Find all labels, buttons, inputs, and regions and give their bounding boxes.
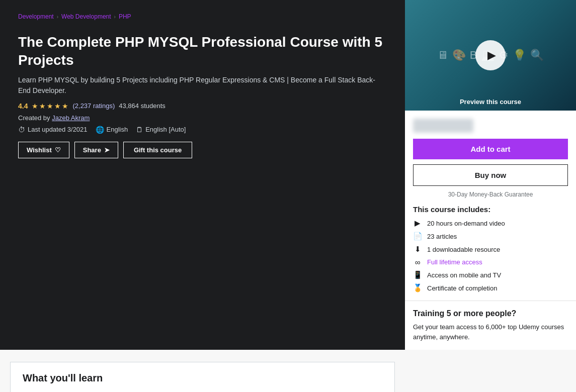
meta-row: ⏱ Last updated 3/2021 🌐 English 🗒 Englis…: [18, 126, 384, 134]
gift-button[interactable]: Gift this course: [123, 142, 192, 158]
preview-label: Preview this course: [460, 98, 521, 106]
author-row: Created by Jazeb Akram: [18, 114, 384, 122]
student-count: 43,864 students: [119, 102, 166, 110]
learn-title: What you'll learn: [23, 372, 382, 384]
page-title: The Complete PHP MYSQL Professional Cour…: [18, 33, 384, 70]
rating-row: 4.4 ★ ★ ★ ★ ★ (2,237 ratings) 43,864 stu…: [18, 102, 384, 110]
sidebar-panel: 🖥 🎨 B 💻 ⚙ 💡 🔍 Preview this course Add to…: [405, 0, 576, 350]
css-icon: 🎨: [452, 49, 466, 62]
share-button[interactable]: Share ➤: [74, 142, 118, 158]
play-button[interactable]: [475, 40, 506, 70]
search-icon: 🔍: [530, 49, 544, 62]
includes-item: 🏅Certificate of completion: [413, 283, 568, 292]
include-icon: ∞: [413, 258, 422, 266]
main-content: What you'll learn ✓All PHP Fundamentals …: [0, 350, 405, 392]
main-layout: What you'll learn ✓All PHP Fundamentals …: [0, 350, 576, 392]
wishlist-button[interactable]: Wishlist ♡: [18, 142, 69, 158]
last-updated: ⏱ Last updated 3/2021: [18, 126, 88, 134]
clock-icon: ⏱: [18, 126, 25, 134]
buy-now-button[interactable]: Buy now: [413, 164, 568, 186]
training-title: Training 5 or more people?: [413, 309, 568, 318]
include-icon: 📱: [413, 270, 422, 279]
include-icon: 🏅: [413, 283, 422, 292]
includes-item: 📱Access on mobile and TV: [413, 270, 568, 279]
breadcrumb: Development › Web Development › PHP: [10, 8, 395, 25]
sidebar-spacer: [405, 350, 576, 392]
star-rating: ★ ★ ★ ★ ★: [32, 102, 68, 110]
includes-item: ▶20 hours on-demand video: [413, 219, 568, 228]
rating-number: 4.4: [18, 102, 28, 110]
price-blurred: [413, 119, 473, 133]
author-link[interactable]: Jazeb Akram: [52, 114, 90, 122]
includes-text: 1 downloadable resource: [427, 246, 500, 253]
includes-list: ▶20 hours on-demand video📄23 articles⬇1 …: [413, 219, 568, 292]
course-includes-section: This course includes: ▶20 hours on-deman…: [413, 205, 568, 292]
language: 🌐 English: [96, 126, 128, 134]
include-icon: 📄: [413, 232, 422, 241]
training-section: Training 5 or more people? Get your team…: [405, 301, 576, 350]
training-desc: Get your team access to 6,000+ top Udemy…: [413, 322, 568, 342]
bulb-icon: 💡: [513, 49, 526, 62]
learn-box: What you'll learn ✓All PHP Fundamentals …: [10, 362, 395, 392]
includes-item: ⬇1 downloadable resource: [413, 245, 568, 254]
includes-item: ∞Full lifetime access: [413, 258, 568, 266]
includes-link[interactable]: Full lifetime access: [427, 258, 482, 266]
hero-section: The Complete PHP MYSQL Professional Cour…: [10, 25, 392, 168]
includes-text: Certificate of completion: [427, 284, 497, 292]
include-icon: ▶: [413, 219, 422, 228]
money-back-guarantee: 30-Day Money-Back Guarantee: [413, 191, 568, 198]
caption: 🗒 English [Auto]: [136, 126, 186, 134]
include-icon: ⬇: [413, 245, 422, 254]
breadcrumb-web-development[interactable]: Web Development: [61, 13, 111, 20]
includes-title: This course includes:: [413, 205, 568, 214]
includes-text: 23 articles: [427, 233, 457, 240]
includes-text: 20 hours on-demand video: [427, 220, 505, 227]
includes-item: 📄23 articles: [413, 232, 568, 241]
caption-icon: 🗒: [136, 126, 143, 134]
video-preview[interactable]: 🖥 🎨 B 💻 ⚙ 💡 🔍 Preview this course: [405, 0, 576, 111]
action-buttons: Wishlist ♡ Share ➤ Gift this course: [18, 142, 384, 158]
breadcrumb-development[interactable]: Development: [18, 13, 54, 20]
rating-count: (2,237 ratings): [72, 102, 115, 110]
globe-icon: 🌐: [96, 126, 104, 134]
heart-icon: ♡: [55, 146, 61, 154]
includes-text: Access on mobile and TV: [427, 271, 501, 279]
html-icon: 🖥: [437, 49, 448, 62]
breadcrumb-php[interactable]: PHP: [119, 13, 131, 20]
add-to-cart-button[interactable]: Add to cart: [413, 139, 568, 159]
course-subtitle: Learn PHP MYSQL by building 5 Projects i…: [18, 75, 384, 96]
share-icon: ➤: [104, 146, 110, 154]
purchase-card: Add to cart Buy now 30-Day Money-Back Gu…: [405, 111, 576, 301]
